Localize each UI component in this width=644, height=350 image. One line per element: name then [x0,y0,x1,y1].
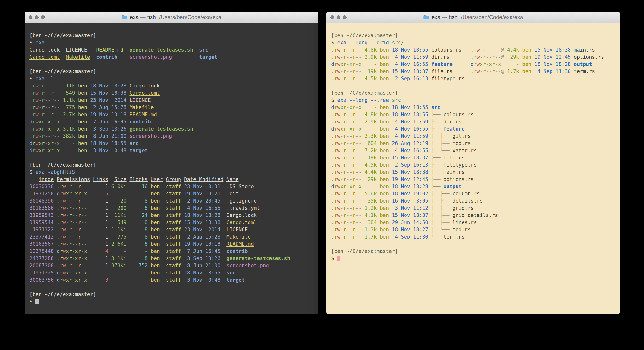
terminal-line: .rwxr-xr-x 3.1k ben 3 Sep 13:26 generate… [30,126,313,132]
terminal-line: [ben ~/C/e/exa:master] [30,291,313,298]
terminal-line: 30163566 .rw-r--r-- 1 200 8 ben staff 4 … [30,204,313,212]
terminal-line: .rw-r--r-- 4.5k ben 2 Sep 16:13 ├── file… [331,161,615,168]
terminal-line: .rw-r--r-- 35k ben 16 Nov 3:05 │ ├── det… [331,197,615,204]
zoom-button[interactable] [41,15,45,19]
terminal-line: .rw-r--r-- 1.3k ben 18 Nov 18:27 │ └── m… [331,226,615,233]
terminal-line: [ben ~/C/e/exa:master] [30,161,313,168]
terminal-line: .rw-r--r-- 1.1k ben 23 Nov 2014 LICENCE [30,96,313,104]
terminal-line: .rw-r--r-- 29k ben 19 Nov 12:45 ├── opti… [331,176,615,183]
terminal-line: [ben ~/C/e/exa:master] [30,32,313,39]
titlebar[interactable]: exa — fish /Users/ben/Code/exa/exa [326,12,620,23]
window-controls [28,12,45,23]
terminal-line [30,284,313,291]
terminal-line: 24377288 .rwxr-xr-x 1 3.1Ki 8 ben staff … [30,255,313,262]
window-title: exa — fish [432,14,458,20]
terminal-content[interactable]: [ben ~/C/e/exa:master]$ exaCargo.lock LI… [25,23,318,314]
terminal-line: .rw-r--r-- 19k ben 15 Nov 18:37 file.rs … [331,68,615,75]
window-title-group: exa — fish /Users/ben/Code/exa/exa [423,14,523,20]
minimize-button[interactable] [35,15,38,19]
terminal-line: .rw-r--r-- 7.2k ben 4 Nov 16:55 │ └── xa… [331,147,615,154]
terminal-line: $ exa --long --tree src [331,96,615,104]
terminal-line: drwxr-xr-x - ben 7 Jun 16:45 contrib [30,118,313,126]
window-title: exa — fish [130,14,156,20]
terminal-line: .rw-r--r-- 549 ben 15 Nov 18:38 Cargo.to… [30,90,313,96]
terminal-line: inode Permissions Links Size Blocks User… [30,176,313,183]
terminal-line: 1971322 .rw-r--r-- 1 1.1Ki 8 ben staff 2… [30,226,313,233]
terminal-line: [ben ~/C/e/exa:master] [331,90,615,96]
terminal-line: .rw-r--r-- 4.8k ben 18 Nov 18:55 ├── col… [331,111,615,118]
terminal-line: $ exa [30,39,313,46]
zoom-button[interactable] [343,15,346,19]
window-title-path: /Users/ben/Code/exa/exa [461,14,523,20]
terminal-line: $ [331,255,615,262]
terminal-line: .rw-r--r-- 2.7k ben 19 Nov 13:18 README.… [30,111,313,118]
window-title-group: exa — fish /Users/ben/Code/exa/exa [121,14,221,20]
terminal-line: 30163567 .rw-r--r-- 1 2.6Ki 8 ben staff … [30,240,313,248]
terminal-line: .rw-r--r-- 11k ben 18 Nov 18:28 Cargo.lo… [30,82,313,90]
terminal-line: .rw-r--r-- 384 ben 29 Jun 14:50 │ ├── li… [331,219,615,226]
terminal-line: .rw-r--r-- 604 ben 26 Aug 12:19 │ ├── mo… [331,140,615,147]
terminal-line: 1971325 drwxr-xr-x 11 - - ben staff 18 N… [30,269,313,276]
terminal-line: .rw-r--r-- 775 ben 2 Aug 15:28 Makefile [30,104,313,111]
terminal-line: [ben ~/C/e/exa:master] [331,248,615,255]
terminal-line: .rw-r--r-- 4.5k ben 2 Sep 16:13 filetype… [331,75,615,82]
terminal-line [30,61,313,68]
terminal-line: drwxr-xr-x - ben 18 Nov 18:55 src [331,104,615,111]
terminal-line: 30030336 .rw-r--r-- 1 6.0Ki 16 ben staff… [30,183,313,190]
terminal-line: drwxr-xr-x - ben 18 Nov 18:28 ├── output [331,183,615,190]
folder-icon[interactable] [121,15,128,20]
terminal-line: Cargo.lock LICENCE README.md generate-te… [30,46,313,54]
terminal-window-dark: exa — fish /Users/ben/Code/exa/exa [ben … [25,12,318,314]
terminal-line [331,240,615,248]
terminal-line: $ exa -l [30,75,313,82]
window-title-path: /Users/ben/Code/exa/exa [159,14,222,20]
terminal-line: .rw-r--r-- 2.9k ben 4 Nov 11:59 dir.rs .… [331,54,615,61]
terminal-line: [ben ~/C/e/exa:master] [30,68,313,75]
terminal-line: .rw-r--r-- 4.8k ben 18 Nov 18:55 colours… [331,46,615,54]
terminal-line: 23377412 .rw-r--r-- 1 775 8 ben staff 2 … [30,233,313,240]
terminal-line: 1971258 drwxr-xr-x 15 - - ben staff 19 N… [30,190,313,197]
cursor-block [36,299,38,304]
terminal-line: .rw-r--r-- 1.7k ben 4 Sep 11:30 └── term… [331,233,615,240]
terminal-line: $ exa -abghHliS [30,168,313,176]
terminal-line: 12375448 drwxr-xr-x 4 - - ben staff 7 Ju… [30,248,313,255]
terminal-line: $ [30,298,313,305]
terminal-line: 31959543 .rw-r--r-- 1 11Ki 24 ben staff … [30,212,313,219]
terminal-line: .rw-r--r-- 3.3k ben 4 Nov 11:59 │ ├── gi… [331,132,615,140]
titlebar[interactable]: exa — fish /Users/ben/Code/exa/exa [25,12,318,23]
terminal-line [331,82,615,90]
terminal-line: [ben ~/C/e/exa:master] [331,32,615,39]
terminal-line: 31959544 .rw-r--r-- 1 549 8 ben staff 15… [30,219,313,226]
terminal-line: 20087308 .rw-r--r-- 1 373Ki 752 ben staf… [30,262,313,269]
terminal-line: .rw-r--r-- 382k ben 8 Jun 21:00 screensh… [30,132,313,140]
terminal-line: 30083756 drwxr-xr-x 3 - - ben staff 3 No… [30,276,313,284]
cursor-block [337,256,340,261]
close-button[interactable] [330,15,334,19]
minimize-button[interactable] [336,15,340,19]
terminal-line: .rw-r--r-- 4.4k ben 15 Nov 18:38 ├── mai… [331,168,615,176]
desktop: { "canvas": { "bg": "#000000" }, "window… [0,0,644,350]
terminal-line: 30048390 .rw-r--r-- 1 20 8 ben staff 2 N… [30,197,313,204]
terminal-line: drwxr-xr-x - ben 3 Nov 0:48 target [30,147,313,154]
terminal-line: Cargo.toml Makefile contrib screenshot.p… [30,54,313,61]
folder-icon[interactable] [423,15,429,20]
terminal-line: .rw-r--r-- 5.6k ben 18 Nov 19:02 │ ├── c… [331,190,615,197]
terminal-window-light: exa — fish /Users/ben/Code/exa/exa [ben … [326,12,620,314]
terminal-line: drwxr-xr-x - ben 18 Nov 18:55 src [30,140,313,147]
terminal-line: .rw-r--r-- 2.9k ben 4 Nov 11:59 ├── dir.… [331,118,615,126]
terminal-line: drwxr-xr-x - ben 4 Nov 16:55 feature drw… [331,61,615,68]
terminal-line: $ exa --long --grid src/ [331,39,615,46]
terminal-line: .rw-r--r-- 1.2k ben 3 Nov 11:12 │ ├── gr… [331,204,615,212]
terminal-line [30,154,313,161]
close-button[interactable] [28,15,32,19]
terminal-line: .rw-r--r-- 4.1k ben 15 Nov 18:37 │ ├── g… [331,212,615,219]
terminal-line: drwxr-xr-x - ben 4 Nov 16:55 ├── feature [331,126,615,132]
terminal-line: .rw-r--r-- 19k ben 15 Nov 18:37 ├── file… [331,154,615,161]
window-controls [330,12,346,23]
terminal-content[interactable]: [ben ~/C/e/exa:master]$ exa --long --gri… [326,23,620,314]
